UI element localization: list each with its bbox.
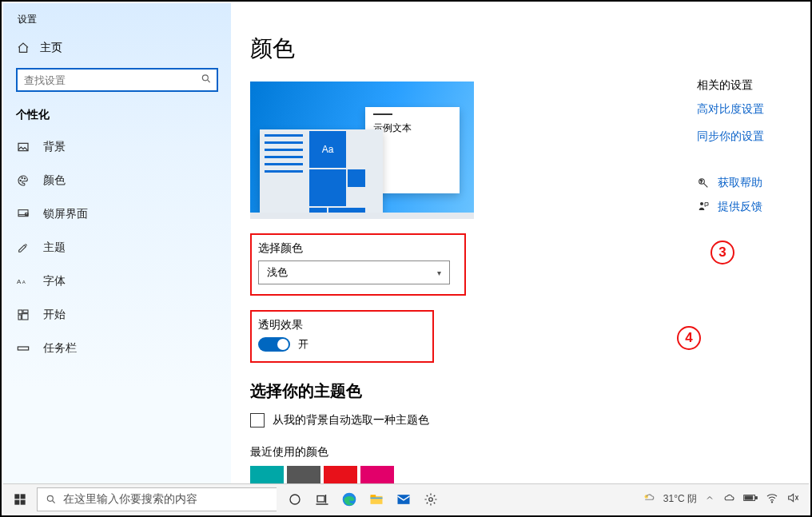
annotation-number-3: 3	[710, 241, 734, 264]
svg-rect-33	[745, 496, 753, 499]
svg-point-29	[429, 497, 433, 501]
taskbar-taskview-icon[interactable]	[308, 484, 336, 515]
tray-wifi-icon[interactable]	[766, 491, 778, 507]
page-title: 颜色	[250, 34, 697, 64]
taskbar-icon	[16, 341, 30, 356]
taskbar-mail-icon[interactable]	[390, 484, 417, 515]
sidebar-item-background[interactable]: 背景	[3, 130, 231, 164]
svg-point-22	[290, 495, 300, 504]
annotation-box-3: 选择颜色 浅色 ▾	[250, 233, 466, 296]
weather-text: 31°C 阴	[663, 492, 697, 506]
svg-rect-26	[371, 495, 376, 497]
auto-accent-label: 从我的背景自动选取一种主题色	[273, 413, 429, 428]
windows-taskbar: 在这里输入你要搜索的内容	[3, 483, 809, 514]
window-title: 设置	[3, 10, 231, 31]
search-input[interactable]	[16, 68, 218, 92]
font-icon: AA	[16, 274, 30, 288]
palette-icon	[16, 173, 30, 188]
svg-rect-18	[21, 494, 26, 499]
svg-rect-11	[18, 315, 21, 320]
transparency-state: 开	[298, 337, 308, 352]
svg-point-0	[202, 75, 208, 81]
sidebar-item-themes[interactable]: 主题	[3, 231, 231, 264]
svg-point-16	[700, 202, 703, 205]
tray-chevron-icon[interactable]	[705, 493, 714, 505]
taskbar-search[interactable]: 在这里输入你要搜索的内容	[37, 487, 277, 511]
svg-text:A: A	[22, 280, 26, 284]
taskbar-settings-icon[interactable]	[417, 484, 444, 515]
sidebar-item-label: 锁屏界面	[43, 207, 88, 221]
svg-rect-32	[755, 497, 757, 499]
svg-rect-17	[14, 494, 19, 499]
start-button[interactable]	[3, 484, 37, 514]
annotation-number-4: 4	[677, 326, 701, 350]
sidebar-item-colors[interactable]: 颜色	[3, 164, 231, 197]
picture-icon	[16, 140, 30, 154]
svg-point-21	[47, 495, 53, 501]
home-icon	[16, 41, 30, 55]
svg-rect-9	[18, 310, 22, 314]
svg-rect-20	[21, 499, 26, 504]
monitor-lock-icon	[16, 207, 30, 221]
give-feedback-label: 提供反馈	[718, 200, 762, 214]
give-feedback-link[interactable]: 提供反馈	[697, 200, 801, 214]
main-content: 颜色 示例文本 Aa	[231, 3, 809, 483]
search-icon	[201, 74, 212, 87]
sidebar-item-label: 开始	[43, 308, 66, 322]
auto-accent-row[interactable]: 从我的背景自动选取一种主题色	[250, 413, 697, 428]
recent-colors-label: 最近使用的颜色	[250, 445, 697, 459]
auto-accent-checkbox[interactable]	[250, 413, 265, 428]
tray-volume-icon[interactable]	[786, 491, 799, 507]
sidebar-search[interactable]	[16, 68, 218, 92]
svg-rect-23	[317, 495, 324, 502]
link-sync-settings[interactable]: 同步你的设置	[697, 129, 801, 144]
sidebar-item-taskbar[interactable]: 任务栏	[3, 332, 231, 365]
brush-icon	[16, 241, 30, 255]
svg-point-4	[24, 178, 25, 179]
chevron-down-icon: ▾	[437, 268, 441, 277]
taskbar-cortana-icon[interactable]	[281, 484, 308, 515]
sidebar-item-label: 任务栏	[43, 341, 77, 356]
svg-rect-27	[371, 497, 383, 499]
taskbar-edge-icon[interactable]	[336, 484, 363, 515]
accent-heading: 选择你的主题色	[250, 380, 697, 402]
choose-color-select[interactable]: 浅色 ▾	[258, 260, 450, 284]
sidebar-item-label: 主题	[43, 241, 66, 255]
svg-point-3	[22, 177, 22, 178]
choose-color-value: 浅色	[267, 265, 288, 280]
annotation-box-4: 透明效果 开	[250, 310, 434, 363]
transparency-label: 透明效果	[258, 318, 424, 332]
sidebar-section-label: 个性化	[3, 103, 231, 130]
sidebar-item-lockscreen[interactable]: 锁屏界面	[3, 197, 231, 231]
related-heading: 相关的设置	[697, 78, 801, 93]
taskbar-search-placeholder: 在这里输入你要搜索的内容	[63, 492, 197, 507]
system-tray[interactable]: 31°C 阴	[641, 491, 809, 507]
preview-start-menu: Aa	[260, 129, 383, 213]
svg-point-34	[771, 502, 772, 503]
preview-tile-aa: Aa	[309, 131, 346, 168]
sidebar-home-label: 主页	[40, 41, 62, 55]
sidebar-item-fonts[interactable]: AA 字体	[3, 264, 231, 298]
taskbar-explorer-icon[interactable]	[363, 484, 390, 515]
svg-rect-19	[14, 499, 19, 504]
sidebar-home[interactable]: 主页	[3, 31, 231, 65]
start-tiles-icon	[16, 308, 30, 322]
sidebar-item-label: 颜色	[43, 173, 66, 188]
choose-color-label: 选择颜色	[258, 241, 456, 256]
link-high-contrast[interactable]: 高对比度设置	[697, 102, 801, 117]
weather-icon	[641, 491, 655, 507]
svg-rect-13	[18, 347, 28, 350]
svg-point-2	[20, 180, 21, 181]
tray-onedrive-icon[interactable]	[722, 491, 735, 507]
svg-rect-10	[23, 310, 28, 312]
get-help-link[interactable]: ? 获取帮助	[697, 176, 801, 190]
sidebar-item-label: 背景	[43, 140, 66, 154]
tray-battery-icon[interactable]	[743, 493, 758, 505]
get-help-label: 获取帮助	[718, 176, 762, 190]
sidebar-item-start[interactable]: 开始	[3, 298, 231, 332]
svg-rect-28	[398, 495, 410, 504]
sidebar-item-label: 字体	[43, 274, 66, 288]
svg-rect-6	[26, 213, 28, 216]
transparency-toggle[interactable]	[258, 337, 290, 352]
svg-text:?: ?	[700, 179, 703, 184]
